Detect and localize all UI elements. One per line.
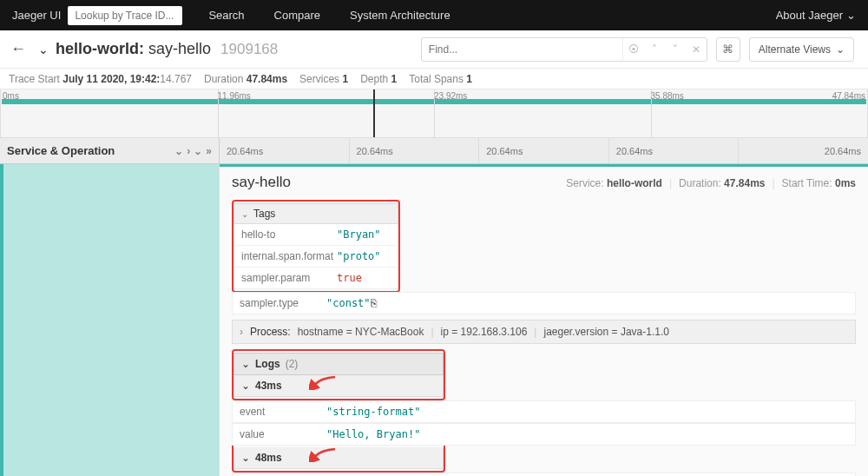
expand-one-icon[interactable]: › [187, 145, 190, 157]
find-clear-icon[interactable]: ✕ [686, 38, 707, 61]
tick-label: 0ms [3, 91, 19, 101]
collapse-icon[interactable]: ⌄ [38, 43, 49, 56]
brand-label: Jaeger UI [12, 9, 61, 22]
nav-compare[interactable]: Compare [274, 9, 320, 22]
span-name: say-hello [232, 174, 291, 191]
trace-minimap[interactable]: 0ms 11.96ms 23.92ms 35.88ms 47.84ms [0, 89, 868, 138]
tick-label: 35.88ms [651, 91, 684, 101]
process-toggle[interactable]: › Process: hostname = NYC-MacBook| ip = … [232, 320, 856, 344]
chevron-down-icon: ⌄ [846, 9, 856, 22]
find-prev-icon[interactable]: ˄ [644, 38, 665, 61]
log-field: event"string-format" [232, 400, 856, 423]
tick-label: 47.84ms [832, 91, 865, 101]
chevron-down-icon: ⌄ [241, 358, 250, 370]
tick-label: 11.96ms [218, 91, 251, 101]
back-button[interactable]: ← [10, 40, 26, 58]
span-row[interactable] [0, 164, 220, 476]
chevron-down-icon: ⌄ [836, 43, 845, 56]
log-entry-toggle[interactable]: ⌄43ms [233, 375, 444, 397]
tag-row: sampler.type"const"⎘ [232, 292, 856, 314]
find-input[interactable] [422, 43, 622, 56]
tag-row: hello-to"Bryan" [233, 224, 398, 246]
collapse-one-icon[interactable]: ⌄ [194, 145, 202, 157]
page-title: hello-world: say-hello 1909168 [56, 40, 278, 58]
tag-row: sampler.paramtrue [233, 268, 398, 289]
log-entry-toggle[interactable]: ⌄48ms [233, 447, 444, 469]
time-cell: 20.64ms [350, 138, 480, 163]
nav-search[interactable]: Search [208, 9, 244, 22]
tag-row: internal.span.format"proto" [233, 246, 398, 268]
chevron-down-icon: ⌄ [241, 209, 248, 219]
time-cell: 20.64ms [739, 138, 868, 163]
chevron-down-icon: ⌄ [241, 452, 250, 464]
time-cell: 20.64ms [220, 138, 350, 163]
tick-label: 23.92ms [434, 91, 467, 101]
collapse-all-icon[interactable]: ⌄ [174, 145, 183, 157]
time-cell: 20.64ms [479, 138, 609, 163]
log-field: value"Hello, Bryan!" [232, 423, 856, 446]
nav-about[interactable]: About Jaeger⌄ [776, 9, 856, 22]
find-input-group: ⦿ ˄ ˅ ✕ [421, 37, 707, 62]
alternate-views-button[interactable]: Alternate Views⌄ [749, 37, 854, 62]
logs-toggle[interactable]: ⌄Logs (2) [233, 353, 444, 375]
copy-icon[interactable]: ⎘ [371, 297, 377, 309]
chevron-down-icon: ⌄ [241, 380, 250, 392]
keyboard-shortcuts-button[interactable]: ⌘ [716, 37, 740, 62]
chevron-right-icon: › [240, 326, 243, 338]
find-next-icon[interactable]: ˅ [665, 38, 686, 61]
nav-architecture[interactable]: System Architecture [350, 9, 450, 22]
trace-meta: Trace Start July 11 2020, 19:42:14.767 D… [0, 69, 868, 89]
expand-all-icon[interactable]: » [206, 145, 212, 157]
find-locate-icon[interactable]: ⦿ [623, 38, 644, 61]
tags-toggle[interactable]: ⌄Tags [233, 203, 398, 224]
timeline-marker[interactable] [373, 89, 375, 137]
service-operation-header: Service & Operation ⌄ › ⌄ » [0, 138, 220, 163]
trace-lookup-input[interactable] [68, 6, 182, 25]
time-cell: 20.64ms [609, 138, 740, 163]
log-field: event"println" [232, 473, 856, 476]
